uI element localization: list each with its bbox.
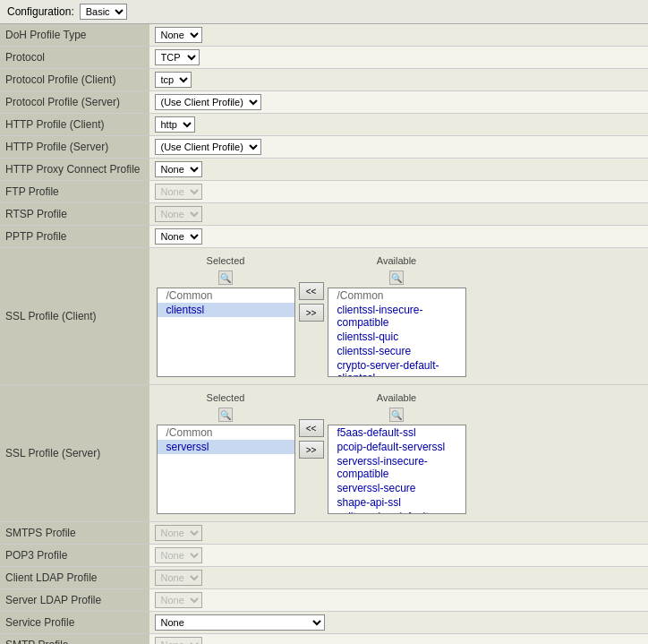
client-ldap-cell: None: [149, 567, 649, 589]
ssl-client-available-search-icon[interactable]: 🔍: [389, 270, 404, 285]
ssl-server-available-label: Available: [377, 392, 416, 403]
ssl-client-cell: Selected 🔍 /Common clientssl << >>: [149, 248, 649, 385]
pptp-profile-label: PPTP Profile: [0, 226, 149, 248]
pop3-cell: None: [149, 545, 649, 567]
smtp-cell: None: [149, 634, 649, 645]
ssl-client-arrows: << >>: [299, 255, 324, 322]
server-ldap-label: Server LDAP Profile: [0, 589, 149, 612]
ssl-client-selected-item-clientssl[interactable]: clientssl: [158, 303, 294, 317]
service-profile-label: Service Profile: [0, 612, 149, 634]
ssl-server-available-item-1[interactable]: pcoip-default-serverssl: [328, 440, 465, 454]
ssl-server-label: SSL Profile (Server): [0, 385, 149, 522]
ssl-client-available-item-1[interactable]: clientssl-quic: [328, 330, 465, 344]
ssl-server-available-item-4[interactable]: shape-api-ssl: [328, 495, 465, 510]
doh-profile-select[interactable]: None: [155, 27, 202, 43]
ssl-client-available-folder: /Common: [328, 288, 465, 303]
ssl-server-selected-label: Selected: [207, 392, 245, 403]
rtsp-profile-select[interactable]: None: [155, 206, 202, 222]
http-client-select[interactable]: http: [155, 116, 195, 133]
server-ldap-cell: None: [149, 589, 649, 612]
protocol-label: Protocol: [0, 47, 149, 69]
pptp-profile-cell: None: [149, 226, 649, 248]
ssl-client-available-item-3[interactable]: crypto-server-default-clientssl: [328, 358, 465, 377]
ssl-client-selected-search-icon[interactable]: 🔍: [218, 270, 233, 285]
ssl-server-selected-folder: /Common: [158, 425, 294, 440]
http-server-cell: (Use Client Profile): [149, 136, 649, 159]
http-client-cell: http: [149, 114, 649, 136]
http-server-select[interactable]: (Use Client Profile): [155, 139, 261, 155]
http-proxy-select[interactable]: None: [155, 161, 202, 177]
smtps-label: SMTPS Profile: [0, 522, 149, 545]
ftp-profile-select[interactable]: None: [155, 184, 202, 200]
smtps-select[interactable]: None: [155, 525, 202, 541]
ssl-client-label: SSL Profile (Client): [0, 248, 149, 385]
ssl-client-selected-list[interactable]: /Common clientssl: [157, 288, 295, 377]
ssl-server-available-search-icon[interactable]: 🔍: [389, 408, 404, 422]
protocol-client-label: Protocol Profile (Client): [0, 69, 149, 91]
protocol-client-cell: tcp: [149, 69, 649, 91]
http-proxy-cell: None: [149, 159, 649, 181]
ssl-client-selected-label: Selected: [207, 255, 245, 266]
protocol-cell: TCP UDP: [149, 47, 649, 69]
service-profile-cell: None: [149, 612, 649, 634]
service-profile-select[interactable]: None: [155, 614, 325, 631]
http-proxy-label: HTTP Proxy Connect Profile: [0, 159, 149, 181]
ssl-server-selected-search-icon[interactable]: 🔍: [218, 408, 233, 422]
rtsp-profile-label: RTSP Profile: [0, 203, 149, 226]
protocol-server-cell: (Use Client Profile): [149, 91, 649, 114]
protocol-select[interactable]: TCP UDP: [155, 49, 200, 65]
ssl-server-available-list[interactable]: f5aas-default-ssl pcoip-default-serverss…: [328, 425, 466, 514]
ssl-client-move-left-button[interactable]: <<: [299, 282, 324, 300]
protocol-server-label: Protocol Profile (Server): [0, 91, 149, 114]
client-ldap-select[interactable]: None: [155, 570, 202, 586]
smtp-label: SMTP Profile: [0, 634, 149, 645]
smtp-select[interactable]: None: [155, 637, 202, 644]
smtps-cell: None: [149, 522, 649, 545]
ssl-server-cell: Selected 🔍 /Common serverssl << >>: [149, 385, 649, 522]
ssl-server-move-right-button[interactable]: >>: [299, 441, 324, 459]
doh-profile-label: DoH Profile Type: [0, 24, 149, 47]
ssl-server-available-item-2[interactable]: serverssl-insecure-compatible: [328, 454, 465, 481]
ssl-server-available-item-0[interactable]: f5aas-default-ssl: [328, 425, 465, 440]
ssl-server-selected-list[interactable]: /Common serverssl: [157, 425, 295, 514]
http-client-label: HTTP Profile (Client): [0, 114, 149, 136]
ssl-server-available-item-3[interactable]: serverssl-secure: [328, 481, 465, 495]
config-select[interactable]: Basic: [80, 4, 127, 20]
protocol-client-select[interactable]: tcp: [155, 72, 192, 88]
ssl-client-available-list[interactable]: /Common clientssl-insecure-compatible cl…: [328, 288, 466, 377]
ftp-profile-label: FTP Profile: [0, 181, 149, 203]
config-label: Configuration:: [7, 5, 74, 18]
client-ldap-label: Client LDAP Profile: [0, 567, 149, 589]
ssl-client-available-item-2[interactable]: clientssl-secure: [328, 344, 465, 358]
ftp-profile-cell: None: [149, 181, 649, 203]
ssl-server-selected-item-serverssl[interactable]: serverssl: [158, 440, 294, 454]
pop3-label: POP3 Profile: [0, 545, 149, 567]
rtsp-profile-cell: None: [149, 203, 649, 226]
doh-profile-cell: None: [149, 24, 649, 47]
pptp-profile-select[interactable]: None: [155, 228, 202, 245]
ssl-client-available-item-0[interactable]: clientssl-insecure-compatible: [328, 303, 465, 330]
ssl-server-available-item-5[interactable]: splitsession-default-serverssl: [328, 510, 465, 514]
ssl-server-move-left-button[interactable]: <<: [299, 419, 324, 437]
protocol-server-select[interactable]: (Use Client Profile): [155, 94, 261, 110]
server-ldap-select[interactable]: None: [155, 592, 202, 608]
ssl-client-available-label: Available: [377, 255, 416, 266]
http-server-label: HTTP Profile (Server): [0, 136, 149, 159]
ssl-client-move-right-button[interactable]: >>: [299, 304, 324, 322]
ssl-client-selected-folder: /Common: [158, 288, 294, 303]
ssl-server-arrows: << >>: [299, 392, 324, 459]
pop3-select[interactable]: None: [155, 547, 202, 563]
